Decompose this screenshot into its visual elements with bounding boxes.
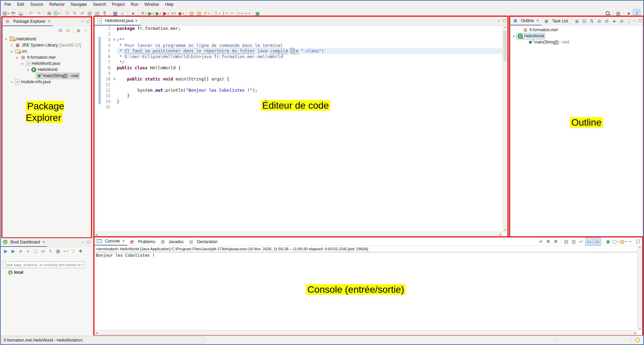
build-all-icon[interactable]: ⊞ bbox=[46, 10, 53, 17]
dropdown-arrow-icon[interactable]: ▾ bbox=[208, 12, 210, 15]
open-type-hierarchy-icon[interactable]: ▥ bbox=[86, 10, 93, 17]
expander-icon[interactable]: ∨ bbox=[9, 50, 14, 53]
close-icon[interactable]: × bbox=[42, 239, 45, 244]
tree-item-helloworld[interactable]: ∨HelloWorld bbox=[2, 67, 91, 73]
scroll-right-icon[interactable]: ▶ bbox=[634, 331, 637, 334]
boot-dashboard-filter-input[interactable] bbox=[3, 261, 85, 268]
editor-vertical-scrollbar[interactable]: ▲ ▼ bbox=[502, 26, 507, 232]
expander-icon[interactable]: ∨ bbox=[4, 37, 8, 41]
tab-declaration[interactable]: Declaration bbox=[186, 238, 220, 246]
view-menu-icon[interactable]: ⋮ bbox=[626, 17, 632, 25]
word-wrap-icon[interactable]: ↵ bbox=[578, 238, 585, 245]
restart-icon[interactable]: ● bbox=[25, 248, 32, 255]
new-java-project-icon[interactable]: Ⓖ▾ bbox=[53, 10, 60, 17]
dropdown-arrow-icon[interactable]: ▾ bbox=[182, 12, 184, 15]
scroll-lock-icon[interactable]: ▥ bbox=[570, 238, 577, 245]
tab-task-list[interactable]: Task List bbox=[541, 17, 571, 25]
tab-package-explorer[interactable]: Package Explorer × bbox=[2, 17, 53, 26]
clear-console-icon[interactable]: ▤ bbox=[563, 238, 570, 245]
tree-item-fr-formation-mer[interactable]: ∨fr.formation.mer bbox=[2, 54, 91, 60]
format-icon[interactable]: ✎ bbox=[71, 10, 78, 17]
show-on-stdout-icon[interactable]: ▭ bbox=[585, 237, 593, 246]
menu-navigate[interactable]: Navigate bbox=[68, 1, 90, 7]
close-icon[interactable]: × bbox=[135, 18, 138, 23]
remove-all-terminated-icon[interactable]: ✖ bbox=[552, 238, 559, 245]
new-wizard-icon[interactable]: ▤▾ bbox=[2, 10, 9, 17]
open-console-icon[interactable]: ▢ bbox=[32, 248, 39, 255]
tree-item-src[interactable]: ∨src bbox=[2, 48, 91, 54]
display-selected-console-icon[interactable]: ▢▾ bbox=[612, 238, 619, 245]
maximize-icon[interactable]: ☐ bbox=[503, 19, 506, 23]
sort-icon[interactable]: ⇅ bbox=[588, 17, 595, 25]
scroll-down-icon[interactable]: ▼ bbox=[504, 229, 506, 232]
dropdown-arrow-icon[interactable]: ▾ bbox=[145, 12, 147, 15]
fold-collapse-icon[interactable]: ⊖ bbox=[112, 37, 117, 43]
code-line-10[interactable]: 10⊖ public static void main(String[] arg… bbox=[94, 76, 503, 82]
scroll-right-icon[interactable]: ▶ bbox=[500, 233, 502, 236]
code-line-13[interactable]: 13 } bbox=[94, 93, 503, 99]
scroll-down-icon[interactable]: ▼ bbox=[639, 327, 641, 330]
dropdown-arrow-icon[interactable]: ▾ bbox=[219, 12, 220, 15]
close-icon[interactable]: × bbox=[122, 238, 125, 243]
code-line-3[interactable]: 3⊖/** bbox=[94, 37, 503, 43]
hide-static-members-icon[interactable]: ⊘ bbox=[603, 17, 610, 25]
tree-item-helloworld[interactable]: ∨HelloWorld bbox=[2, 36, 91, 42]
save-icon[interactable]: ⬒ bbox=[10, 10, 17, 17]
dropdown-arrow-icon[interactable]: ▾ bbox=[241, 12, 243, 15]
tab-console[interactable]: Console× bbox=[94, 237, 127, 246]
menu-project[interactable]: Project bbox=[109, 1, 128, 7]
save-all-icon[interactable]: ⬓ bbox=[17, 10, 24, 17]
menu-run[interactable]: Run bbox=[128, 1, 141, 7]
remove-launch-icon[interactable]: ✖ bbox=[545, 238, 552, 245]
collapse-all-icon[interactable]: ⊟ bbox=[581, 17, 588, 25]
add-icon[interactable]: ✚ bbox=[77, 248, 84, 255]
hide-fields-icon[interactable]: ⊘ bbox=[596, 17, 603, 25]
close-icon[interactable]: × bbox=[536, 18, 539, 23]
dropdown-arrow-icon[interactable]: ▾ bbox=[153, 12, 154, 15]
maximize-icon[interactable]: ☐ bbox=[86, 19, 90, 24]
dropdown-arrow-icon[interactable]: ▾ bbox=[67, 250, 68, 253]
tree-item-main-string-void[interactable]: main(String[]) : void bbox=[2, 73, 91, 79]
focus-icon[interactable]: ◉ bbox=[75, 27, 82, 34]
start-icon[interactable]: ▶ bbox=[2, 248, 9, 255]
menu-refactor[interactable]: Refactor bbox=[46, 1, 68, 7]
expander-icon[interactable]: ∨ bbox=[25, 68, 30, 72]
filter-icon[interactable]: ▽ bbox=[70, 248, 76, 255]
code-line-8[interactable]: 8public class HelloWorld { bbox=[94, 65, 503, 71]
hide-non-public-icon[interactable]: ● bbox=[611, 17, 618, 25]
code-line-4[interactable]: 4 * Pour lancer ce programme en ligne de… bbox=[94, 43, 503, 49]
view-menu-icon[interactable]: ⋮ bbox=[83, 27, 89, 34]
tab-outline[interactable]: Outline × bbox=[510, 17, 541, 25]
menu-help[interactable]: Help bbox=[162, 1, 177, 7]
show-on-stderr-icon[interactable]: ▭ bbox=[593, 237, 601, 246]
console-output[interactable]: Bonjour les Cobolistes ! bbox=[94, 252, 642, 258]
dropdown-arrow-icon[interactable]: ▾ bbox=[59, 12, 60, 15]
maximize-icon[interactable]: ☐ bbox=[638, 19, 642, 23]
minimize-icon[interactable]: ─ bbox=[627, 238, 634, 245]
organize-imports-icon[interactable]: ✐ bbox=[79, 10, 86, 17]
open-console-icon[interactable]: ▧▾ bbox=[620, 238, 626, 245]
minimize-icon[interactable]: ─ bbox=[633, 19, 636, 23]
stop-icon[interactable]: ■ bbox=[17, 248, 24, 255]
minimize-icon[interactable]: ─ bbox=[497, 19, 500, 23]
console-vertical-scrollbar[interactable]: ▲ ▼ bbox=[637, 246, 642, 330]
scroll-left-icon[interactable]: ◀ bbox=[95, 331, 97, 334]
scroll-up-icon[interactable]: ▲ bbox=[504, 26, 506, 29]
tab-helloworld-java[interactable]: HelloWorld.java × bbox=[94, 16, 141, 25]
menu-edit[interactable]: Edit bbox=[14, 1, 27, 7]
menu-search[interactable]: Search bbox=[90, 1, 109, 7]
tree-item-fr-formation-mer[interactable]: fr.formation.mer bbox=[510, 27, 643, 33]
code-line-6[interactable]: 6 * D:\mer-Eclipse\HelloWorld\bin>java f… bbox=[94, 54, 503, 60]
scroll-up-icon[interactable]: ▲ bbox=[639, 246, 641, 249]
expander-icon[interactable]: ∨ bbox=[512, 34, 516, 38]
link-with-editor-icon[interactable]: ⇄ bbox=[65, 27, 71, 34]
lightbulb-icon[interactable]: ●▾ bbox=[62, 248, 69, 255]
code-line-1[interactable]: 1package fr.formation.mer; bbox=[94, 26, 503, 32]
dropdown-arrow-icon[interactable]: ▾ bbox=[160, 12, 161, 15]
drag-handle-icon[interactable]: ⋮ bbox=[1, 255, 92, 261]
tree-item-helloworld[interactable]: ∨HelloWorld bbox=[510, 33, 643, 39]
dropdown-arrow-icon[interactable]: ▾ bbox=[625, 240, 626, 243]
dropdown-arrow-icon[interactable]: ▾ bbox=[8, 12, 9, 15]
fold-collapse-icon[interactable]: ⊖ bbox=[112, 76, 117, 82]
dropdown-arrow-icon[interactable]: ▾ bbox=[175, 12, 176, 15]
